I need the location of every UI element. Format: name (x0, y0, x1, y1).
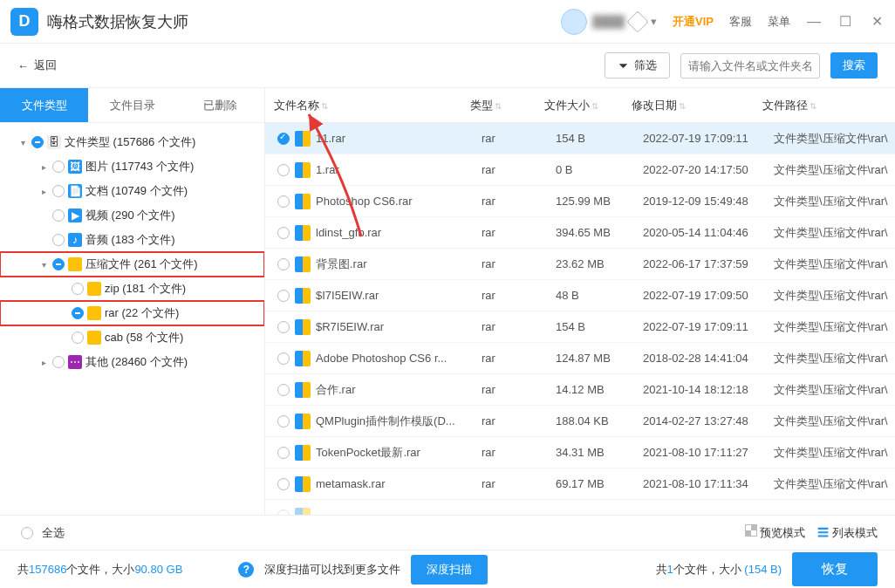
row-checkbox[interactable] (277, 290, 290, 302)
col-type[interactable]: 类型⇅ (470, 98, 544, 113)
cell-path: 文件类型\压缩文件\rar\ (774, 131, 895, 147)
table-row[interactable]: Photoshop CS6.rarrar125.99 MB2019-12-09 … (265, 186, 895, 217)
back-button[interactable]: ← 返回 (17, 58, 57, 73)
table-row[interactable]: 11.rarrar154 B2022-07-19 17:09:11文件类型\压缩… (265, 123, 895, 154)
rar-file-icon (295, 256, 311, 272)
chevron-down-icon: ▾ (651, 15, 657, 28)
file-list: 文件名称⇅ 类型⇅ 文件大小⇅ 修改日期⇅ 文件路径⇅ 11.rarrar154… (265, 88, 895, 515)
cell-type: rar (482, 163, 556, 176)
row-checkbox[interactable] (277, 258, 290, 270)
cell-type: rar (482, 414, 556, 427)
rar-file-icon (295, 131, 311, 147)
table-row[interactable]: QMPlugin插件制作模版(D...rar188.04 KB2014-02-2… (265, 406, 895, 437)
support-link[interactable]: 客服 (729, 14, 752, 30)
tree-other[interactable]: ▸⋯其他 (28460 个文件) (0, 350, 264, 374)
table-row[interactable]: 1.rarrar0 B2022-07-20 14:17:50文件类型\压缩文件\… (265, 154, 895, 186)
search-input[interactable] (680, 53, 820, 79)
table-row[interactable]: metamask.rarrar69.17 MB2021-08-10 17:11:… (265, 468, 895, 500)
select-all[interactable]: 全选 (17, 525, 65, 541)
info-icon: ? (238, 562, 254, 578)
tab-file-type[interactable]: 文件类型 (0, 88, 88, 123)
filter-label: 筛选 (634, 58, 657, 73)
table-row[interactable]: ldinst_gfb.rarrar394.65 MB2020-05-14 11:… (265, 217, 895, 249)
cell-date: 2022-07-19 17:09:11 (643, 132, 774, 145)
filter-button[interactable]: ⏷ 筛选 (605, 52, 670, 79)
cell-date: 2021-10-14 18:12:18 (643, 383, 774, 396)
cell-path: 文件类型\压缩文件\rar\ (774, 414, 895, 429)
row-checkbox[interactable] (277, 321, 290, 333)
cell-path: 文件类型\压缩文件\rar\ (774, 194, 895, 209)
table-row[interactable]: 合作.rarrar14.12 MB2021-10-14 18:12:18文件类型… (265, 374, 895, 406)
tab-file-dir[interactable]: 文件目录 (88, 88, 176, 123)
cell-size: 154 B (556, 132, 643, 145)
row-checkbox[interactable] (277, 227, 290, 239)
footer-status: 共157686个文件，大小90.80 GB ? 深度扫描可以找到更多文件 深度扫… (0, 550, 895, 588)
table-row[interactable]: $I7I5EIW.rarrar48 B2022-07-19 17:09:50文件… (265, 280, 895, 311)
cell-size: 48 B (556, 289, 643, 302)
cell-date: 2018-02-28 14:41:04 (643, 352, 774, 365)
row-checkbox[interactable] (277, 352, 290, 365)
cell-name: 11.rar (316, 132, 482, 145)
maximize-icon[interactable]: ☐ (837, 14, 853, 30)
cell-path: 文件类型\压缩文件\rar\ (774, 225, 895, 241)
deep-scan-button[interactable]: 深度扫描 (411, 555, 488, 585)
tree-rar[interactable]: rar (22 个文件) (0, 301, 264, 325)
total-files: 共157686个文件，大小90.80 GB (17, 562, 182, 578)
table-row[interactable]: 背景图.rarrar23.62 MB2022-06-17 17:37:59文件类… (265, 249, 895, 280)
col-date[interactable]: 修改日期⇅ (632, 98, 762, 113)
rar-file-icon (295, 194, 311, 209)
table-row[interactable]: $R7I5EIW.rarrar154 B2022-07-19 17:09:11文… (265, 311, 895, 343)
table-row[interactable]: TokenPocket最新.rarrar34.31 MB2021-08-10 1… (265, 437, 895, 468)
row-checkbox[interactable] (277, 164, 290, 176)
col-name[interactable]: 文件名称⇅ (274, 98, 470, 113)
vip-link[interactable]: 开通VIP (673, 14, 714, 30)
cell-size: 0 B (556, 163, 643, 176)
row-checkbox[interactable] (277, 415, 290, 427)
titlebar: D 嗨格式数据恢复大师 ████ ▾ 开通VIP 客服 菜单 — ☐ ✕ (0, 0, 895, 44)
row-checkbox[interactable] (277, 195, 290, 208)
table-row[interactable]: Adobe Photoshop CS6 r...rar124.87 MB2018… (265, 343, 895, 374)
tree-audio[interactable]: ♪音频 (183 个文件) (0, 228, 264, 252)
col-size[interactable]: 文件大小⇅ (544, 98, 632, 113)
rar-file-icon (295, 476, 311, 492)
table-header: 文件名称⇅ 类型⇅ 文件大小⇅ 修改日期⇅ 文件路径⇅ (265, 88, 895, 123)
funnel-icon: ⏷ (618, 59, 629, 72)
cell-type: rar (482, 352, 556, 365)
recover-button[interactable]: 恢复 (792, 552, 878, 586)
tab-deleted[interactable]: 已删除 (176, 88, 264, 123)
menu-link[interactable]: 菜单 (768, 14, 790, 30)
cell-date: 2020-05-14 11:04:46 (643, 226, 774, 239)
rar-file-icon (295, 382, 311, 398)
minimize-icon[interactable]: — (806, 14, 822, 30)
tree-archive[interactable]: ▾压缩文件 (261 个文件) (0, 252, 264, 277)
tree-root[interactable]: ▾🗄文件类型 (157686 个文件) (0, 130, 264, 154)
col-path[interactable]: 文件路径⇅ (762, 98, 895, 113)
tree-cab[interactable]: cab (58 个文件) (0, 325, 264, 350)
table-row[interactable]: … (265, 500, 895, 515)
cell-name: metamask.rar (316, 477, 482, 490)
row-checkbox[interactable] (277, 133, 290, 145)
search-button[interactable]: 搜索 (830, 52, 878, 79)
cell-size: 69.17 MB (556, 477, 643, 490)
tree: ▾🗄文件类型 (157686 个文件) ▸🖼图片 (117743 个文件) ▸📄… (0, 123, 264, 381)
rar-file-icon (295, 445, 311, 461)
cell-name: Photoshop CS6.rar (316, 195, 482, 208)
cell-type: rar (482, 257, 556, 270)
cell-name: ldinst_gfb.rar (316, 226, 482, 239)
tree-docs[interactable]: ▸📄文档 (10749 个文件) (0, 179, 264, 203)
cell-path: 文件类型\压缩文件\rar\ (774, 319, 895, 335)
tree-video[interactable]: ▶视频 (290 个文件) (0, 203, 264, 228)
tree-zip[interactable]: zip (181 个文件) (0, 277, 264, 301)
tree-images[interactable]: ▸🖼图片 (117743 个文件) (0, 154, 264, 179)
row-checkbox[interactable] (277, 384, 290, 396)
cell-date: 2021-08-10 17:11:34 (643, 477, 774, 490)
user-area[interactable]: ████ ▾ (561, 9, 657, 35)
preview-mode[interactable]: 预览模式 (745, 524, 806, 541)
list-mode[interactable]: ☰ 列表模式 (817, 525, 878, 541)
row-checkbox[interactable] (277, 447, 290, 459)
row-checkbox[interactable] (277, 478, 290, 490)
cell-date: 2021-08-10 17:11:27 (643, 446, 774, 459)
cell-type: rar (482, 477, 556, 490)
close-icon[interactable]: ✕ (869, 14, 885, 30)
cell-type: rar (482, 383, 556, 396)
